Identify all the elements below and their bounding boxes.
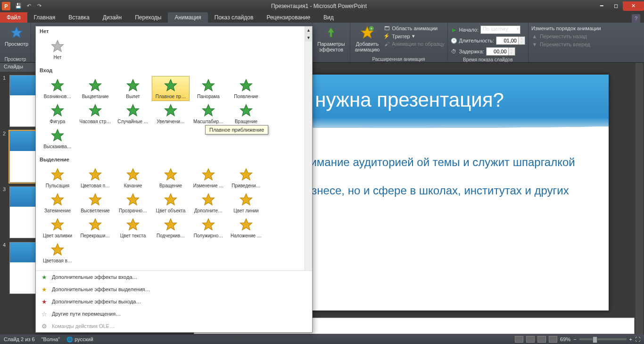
thumb-num: 3	[3, 186, 8, 238]
anim-item[interactable]: Цветовая п…	[76, 165, 114, 190]
star-icon	[239, 192, 254, 207]
thumb-num: 4	[3, 242, 8, 294]
anim-item[interactable]: Появление	[227, 76, 265, 101]
anim-item[interactable]: Часовая стр…	[76, 101, 114, 126]
anim-item[interactable]: Изменение …	[190, 165, 227, 190]
anim-item[interactable]: Панорама	[190, 76, 227, 101]
save-button[interactable]: 💾	[14, 2, 23, 10]
anim-item[interactable]: Приведени…	[227, 165, 265, 190]
anim-item[interactable]: Масштабир…	[190, 101, 227, 126]
anim-item[interactable]: Вращение	[227, 101, 265, 126]
anim-item[interactable]: Качание	[114, 165, 152, 190]
anim-item[interactable]: Цвет заливки	[39, 215, 76, 240]
zoom-in-button[interactable]: +	[629, 336, 632, 342]
tab-insert[interactable]: Вставка	[62, 12, 96, 23]
section-none: Нет	[36, 26, 305, 36]
normal-view-button[interactable]	[515, 336, 523, 343]
minimize-button[interactable]: ━	[594, 1, 609, 11]
anim-item[interactable]: Перекраши…	[76, 215, 114, 240]
anim-item[interactable]: Цвет текста	[114, 215, 152, 240]
gallery-scroll-area[interactable]: Нет Нет Вход Возникнов…ВыцветаниеВылетПл…	[36, 26, 305, 270]
tab-animations[interactable]: Анимация	[168, 12, 207, 23]
tab-slideshow[interactable]: Показ слайдов	[208, 12, 260, 23]
zoom-out-button[interactable]: −	[573, 336, 576, 342]
delay-input[interactable]	[487, 49, 508, 54]
anim-item[interactable]: Увеличени…	[152, 101, 190, 126]
anim-item[interactable]: Полужирно…	[190, 215, 227, 240]
anim-item-label: Перекраши…	[77, 233, 113, 238]
svg-marker-9	[203, 80, 215, 91]
anim-item[interactable]: Случайные …	[114, 101, 152, 126]
anim-item[interactable]: Высветление	[76, 190, 114, 215]
tab-transitions[interactable]: Переходы	[128, 12, 168, 23]
animation-painter-button[interactable]: 🖌Анимация по образцу	[383, 41, 444, 47]
zoom-value[interactable]: 69%	[560, 336, 570, 342]
move-earlier-button[interactable]: ▲Переместить назад	[531, 33, 601, 40]
trigger-button[interactable]: ⚡Триггер ▾	[383, 33, 444, 40]
anim-item[interactable]: Дополните…	[190, 190, 227, 215]
scroll-down-icon[interactable]: ▼	[305, 34, 312, 42]
anim-item[interactable]: Цветовая в…	[39, 240, 76, 265]
anim-item[interactable]: Затемнение	[39, 190, 76, 215]
anim-item[interactable]: Фигура	[39, 101, 76, 126]
sorter-view-button[interactable]	[526, 336, 535, 343]
star-icon	[163, 217, 178, 232]
star-icon	[163, 78, 178, 93]
gallery-scrollbar[interactable]: ▲ ▼	[305, 26, 312, 270]
move-later-button[interactable]: ▼Переместить вперед	[531, 41, 601, 48]
anim-item[interactable]: Вылет	[114, 76, 152, 101]
anim-item[interactable]: Возникнов…	[39, 76, 76, 101]
anim-item[interactable]: Цвет объекта	[152, 190, 190, 215]
lang-indicator[interactable]: 🌐 русский	[66, 336, 93, 343]
reading-view-button[interactable]	[537, 336, 546, 343]
tab-home[interactable]: Главная	[27, 12, 62, 23]
help-button[interactable]: ?	[632, 14, 640, 23]
anim-item-label: Высветление	[77, 208, 113, 213]
preview-button[interactable]: Просмотр	[3, 24, 30, 48]
anim-none[interactable]: Нет	[39, 37, 76, 62]
tab-design[interactable]: Дизайн	[96, 12, 128, 23]
zoom-slider[interactable]	[579, 338, 627, 340]
vertical-scrollbar[interactable]	[636, 63, 643, 335]
close-button[interactable]: ✕	[623, 1, 644, 11]
animation-gallery: Нет Нет Вход Возникнов…ВыцветаниеВылетПл…	[35, 26, 313, 333]
delay-spinner[interactable]: ▲▼	[486, 47, 515, 56]
anim-item[interactable]: Плавное пр…	[152, 76, 190, 101]
tooltip: Плавное приближение	[205, 125, 268, 134]
group-reorder-label	[531, 56, 601, 62]
anim-item-label: Вращение	[153, 183, 189, 188]
anim-item[interactable]: Пульсация	[39, 165, 76, 190]
more-exit-effects[interactable]: ★Дополнительные эффекты выхода…	[36, 295, 312, 308]
duration-spinner[interactable]: ▲▼	[496, 36, 525, 45]
start-combo[interactable]: По щелчку	[480, 25, 520, 34]
svg-marker-30	[52, 219, 64, 230]
maximize-button[interactable]: ◻	[609, 1, 623, 11]
trigger-label: Триггер	[392, 34, 410, 39]
anim-item[interactable]: Наложение …	[227, 215, 265, 240]
ribbon-tabs: Файл Главная Вставка Дизайн Переходы Ани…	[0, 12, 644, 23]
more-entrance-effects[interactable]: ★Дополнительные эффекты входа…	[36, 271, 312, 283]
anim-item[interactable]: Выскакива…	[39, 126, 76, 151]
effect-options-button[interactable]: Параметры эффектов	[315, 24, 347, 53]
anim-item[interactable]: Выцветание	[76, 76, 114, 101]
tab-view[interactable]: Вид	[317, 12, 340, 23]
redo-button[interactable]: ↷	[35, 2, 43, 10]
more-emphasis-effects[interactable]: ★Дополнительные эффекты выделения…	[36, 283, 312, 295]
star-icon	[50, 103, 65, 118]
undo-button[interactable]: ↶	[25, 2, 33, 10]
slideshow-view-button[interactable]	[549, 336, 557, 343]
scroll-up-icon[interactable]: ▲	[305, 26, 312, 34]
file-tab[interactable]: Файл	[0, 12, 27, 23]
tab-review[interactable]: Рецензирование	[260, 12, 317, 23]
anim-item[interactable]: Прозрачно…	[114, 190, 152, 215]
anim-item[interactable]: Цвет линии	[227, 190, 265, 215]
add-animation-button[interactable]: + Добавить анимацию	[353, 24, 382, 53]
window-controls: ━ ◻ ✕	[594, 1, 644, 11]
anim-item[interactable]: Вращение	[152, 165, 190, 190]
more-motion-paths[interactable]: ☆Другие пути перемещения…	[36, 308, 312, 320]
fit-window-button[interactable]: ⛶	[635, 336, 640, 342]
duration-input[interactable]	[496, 38, 518, 43]
animation-painter-label: Анимация по образцу	[392, 41, 444, 47]
animation-pane-button[interactable]: 🗔Область анимации	[383, 25, 444, 32]
anim-item[interactable]: Подчеркив…	[152, 215, 190, 240]
